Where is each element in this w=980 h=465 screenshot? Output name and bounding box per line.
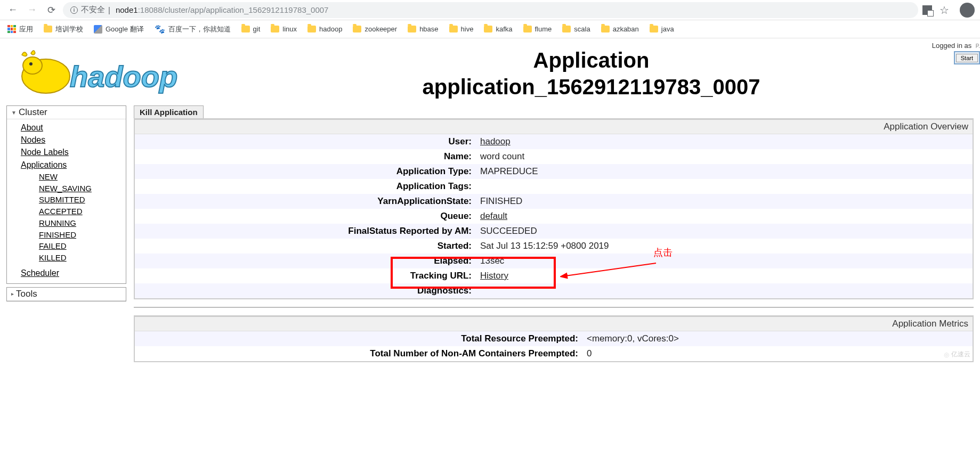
browser-toolbar: ← → ⟳ i 不安全 | node1:18088/cluster/app/ap… (0, 0, 980, 20)
bookmark-hadoop[interactable]: hadoop (307, 25, 342, 33)
nav-state-killed[interactable]: KILLED (39, 252, 126, 264)
metrics-table: Total Resource Preempted:<memory:0, vCor… (135, 331, 973, 361)
bookmark-百度一下，你就知道[interactable]: 🐾百度一下，你就知道 (155, 24, 231, 34)
bookmarks-bar: 应用 培训学校Google 翻译🐾百度一下，你就知道gitlinuxhadoop… (0, 20, 980, 38)
row-key: User: (135, 134, 476, 149)
table-row: YarnApplicationState:FINISHED (135, 194, 973, 209)
overview-section-title: Application Overview (135, 120, 973, 134)
apps-shortcut[interactable]: 应用 (7, 25, 33, 34)
bookmark-scala[interactable]: scala (562, 25, 590, 33)
bookmark-zookeeper[interactable]: zookeeper (353, 25, 397, 33)
cluster-nav-box: ▼ Cluster About Nodes Node Labels Applic… (6, 105, 126, 284)
translate-icon[interactable] (922, 5, 932, 15)
bookmark-label: hive (461, 25, 474, 33)
forward-button[interactable]: → (25, 3, 39, 18)
bookmark-Google 翻译[interactable]: Google 翻译 (94, 25, 144, 34)
folder-icon (523, 26, 532, 32)
section-separator (134, 307, 974, 308)
row-value (476, 179, 973, 194)
cluster-nav-head[interactable]: ▼ Cluster (7, 106, 126, 119)
start-button[interactable]: Start (956, 54, 978, 62)
tools-nav-box: ▸ Tools (6, 287, 126, 301)
reload-button[interactable]: ⟳ (44, 3, 59, 18)
row-key: Total Number of Non-AM Containers Preemp… (135, 346, 582, 361)
bookmark-label: git (253, 25, 261, 33)
row-key: Diagnostics: (135, 283, 476, 298)
row-key: Application Type: (135, 164, 476, 179)
table-row: Started:Sat Jul 13 15:12:59 +0800 2019 (135, 239, 973, 254)
row-value: word count (476, 149, 973, 164)
annotation-label: 点击 (653, 246, 673, 259)
row-link[interactable]: default (480, 211, 507, 221)
bookmark-flume[interactable]: flume (523, 25, 552, 33)
hadoop-logo-svg: hadoop (9, 47, 211, 100)
nav-state-running[interactable]: RUNNING (39, 217, 126, 229)
folder-icon (484, 26, 492, 32)
page-body: Logged in as P. Start hadoop Application… (0, 38, 980, 362)
bookmark-git[interactable]: git (241, 25, 261, 33)
address-bar[interactable]: i 不安全 | node1:18088/cluster/app/applicat… (63, 2, 918, 18)
row-key: Application Tags: (135, 179, 476, 194)
row-link[interactable]: History (480, 271, 508, 281)
nav-applications[interactable]: Applications (21, 159, 126, 171)
overview-table: User:hadoopName:word countApplication Ty… (135, 134, 973, 298)
table-row: Total Resource Preempted:<memory:0, vCor… (135, 331, 973, 346)
bookmark-java[interactable]: java (650, 25, 674, 33)
url-text: node1:18088/cluster/app/application_1562… (116, 5, 329, 14)
folder-icon (44, 26, 52, 32)
watermark: ◎亿速云 (944, 350, 970, 359)
nav-state-new[interactable]: NEW (39, 171, 126, 183)
back-button[interactable]: ← (5, 3, 20, 18)
kill-application-tab[interactable]: Kill Application (134, 105, 204, 118)
folder-icon (562, 26, 571, 32)
bookmark-label: 百度一下，你就知道 (168, 25, 231, 34)
bookmark-hbase[interactable]: hbase (408, 25, 438, 33)
folder-icon (601, 26, 610, 32)
hadoop-logo[interactable]: hadoop (9, 47, 211, 100)
bookmark-label: scala (574, 25, 590, 33)
table-row: Elapsed:13sec (135, 254, 973, 268)
nav-state-submitted[interactable]: SUBMITTED (39, 194, 126, 206)
row-key: FinalStatus Reported by AM: (135, 224, 476, 239)
nav-state-new_saving[interactable]: NEW_SAVING (39, 183, 126, 194)
security-indicator[interactable]: i 不安全 | (70, 5, 110, 15)
overview-box: Application Overview User:hadoopName:wor… (134, 118, 974, 299)
nav-scheduler[interactable]: Scheduler (21, 267, 126, 279)
nav-state-accepted[interactable]: ACCEPTED (39, 206, 126, 217)
table-row: Total Number of Non-AM Containers Preemp… (135, 346, 973, 361)
row-value (476, 283, 973, 298)
profile-avatar[interactable] (960, 3, 975, 18)
row-link[interactable]: hadoop (480, 136, 511, 146)
folder-icon (353, 26, 361, 32)
table-row: Diagnostics: (135, 283, 973, 298)
row-key: Elapsed: (135, 254, 476, 268)
bookmark-star-icon[interactable]: ☆ (939, 4, 949, 17)
bookmark-label: zookeeper (365, 25, 397, 33)
nav-node-labels[interactable]: Node Labels (21, 146, 126, 158)
table-row: FinalStatus Reported by AM:SUCCEEDED (135, 224, 973, 239)
folder-icon (449, 26, 458, 32)
bookmark-linux[interactable]: linux (271, 25, 297, 33)
nav-state-failed[interactable]: FAILED (39, 240, 126, 252)
svg-point-1 (23, 57, 42, 74)
bookmark-label: linux (282, 25, 297, 33)
bookmark-azkaban[interactable]: azkaban (601, 25, 639, 33)
tools-nav-head[interactable]: ▸ Tools (7, 288, 126, 301)
row-value: MAPREDUCE (476, 164, 973, 179)
nav-state-finished[interactable]: FINISHED (39, 229, 126, 241)
row-key: Name: (135, 149, 476, 164)
folder-icon (408, 26, 416, 32)
folder-icon (650, 26, 658, 32)
metrics-box: Application Metrics Total Resource Preem… (134, 315, 974, 362)
row-value: hadoop (476, 134, 973, 149)
bookmark-label: hbase (419, 25, 438, 33)
bookmark-kafka[interactable]: kafka (484, 25, 512, 33)
row-key: Total Resource Preempted: (135, 331, 582, 346)
bookmark-培训学校[interactable]: 培训学校 (44, 25, 83, 34)
folder-icon (241, 26, 250, 32)
bookmark-hive[interactable]: hive (449, 25, 474, 33)
table-row: Tracking URL:History (135, 268, 973, 283)
nav-nodes[interactable]: Nodes (21, 134, 126, 146)
bookmark-label: 培训学校 (55, 25, 83, 34)
nav-about[interactable]: About (21, 121, 126, 134)
